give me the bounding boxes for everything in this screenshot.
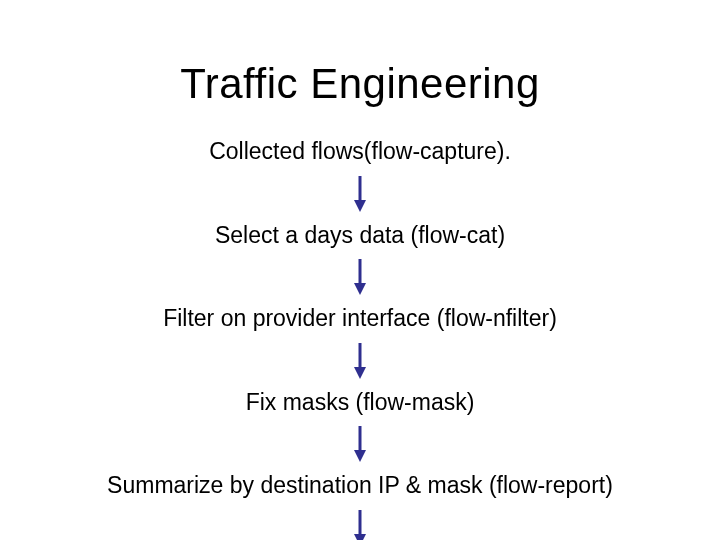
arrow-icon	[0, 426, 720, 462]
step-fix-masks: Fix masks (flow-mask)	[0, 389, 720, 417]
step-collected-flows: Collected flows(flow-capture).	[0, 138, 720, 166]
arrow-icon	[0, 259, 720, 295]
svg-marker-5	[354, 367, 366, 379]
svg-marker-1	[354, 200, 366, 212]
slide: Traffic Engineering Collected flows(flow…	[0, 0, 720, 540]
svg-marker-3	[354, 283, 366, 295]
svg-marker-9	[354, 534, 366, 540]
arrow-icon	[0, 176, 720, 212]
step-summarize: Summarize by destination IP & mask (flow…	[0, 472, 720, 500]
svg-marker-7	[354, 450, 366, 462]
arrow-icon	[0, 510, 720, 540]
step-filter-provider: Filter on provider interface (flow-nfilt…	[0, 305, 720, 333]
slide-title: Traffic Engineering	[0, 60, 720, 108]
step-select-days-data: Select a days data (flow-cat)	[0, 222, 720, 250]
arrow-icon	[0, 343, 720, 379]
